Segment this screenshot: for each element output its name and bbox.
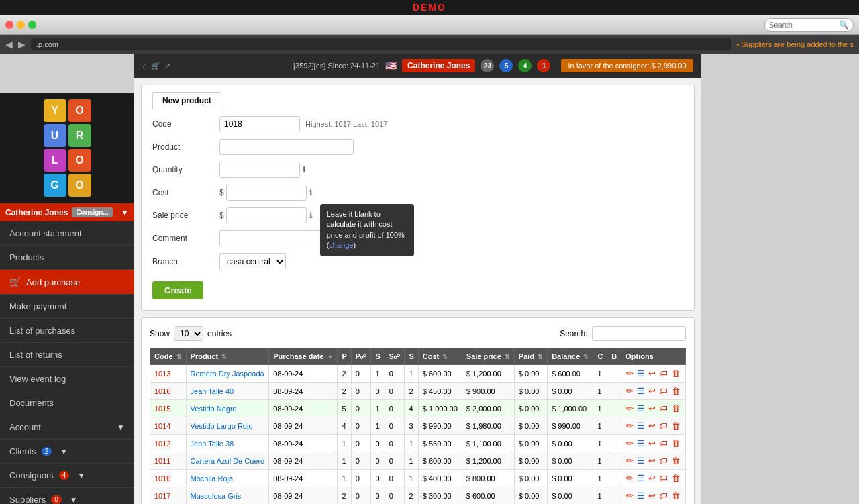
return-icon[interactable]: ↩ bbox=[648, 403, 656, 413]
list-icon[interactable]: ☰ bbox=[637, 491, 645, 501]
product-link[interactable]: Musculosa Gris bbox=[191, 492, 242, 500]
user-bar[interactable]: Catherine Jones Consign... ▼ bbox=[0, 203, 134, 221]
return-icon[interactable]: ↩ bbox=[648, 421, 656, 431]
list-icon[interactable]: ☰ bbox=[637, 368, 645, 379]
edit-icon[interactable]: ✏ bbox=[626, 438, 634, 448]
list-icon[interactable]: ☰ bbox=[637, 386, 645, 396]
code-link[interactable]: 1011 bbox=[154, 457, 170, 465]
tab-new-product[interactable]: New product bbox=[152, 92, 221, 109]
code-link[interactable]: 1017 bbox=[154, 492, 170, 500]
search-box[interactable]: 🔍 bbox=[764, 18, 854, 32]
sidebar-item-list-of-returns[interactable]: List of returns bbox=[0, 343, 134, 367]
product-link[interactable]: Mochila Roja bbox=[191, 474, 234, 483]
nav-home-icon[interactable]: ⌂ bbox=[142, 62, 147, 70]
cost-input[interactable] bbox=[226, 185, 307, 201]
branch-select[interactable]: casa central bbox=[219, 253, 286, 270]
th-code[interactable]: Code ⇅ bbox=[150, 348, 187, 365]
delete-icon[interactable]: 🗑 bbox=[672, 368, 680, 379]
list-icon[interactable]: ☰ bbox=[637, 403, 645, 413]
tag-icon[interactable]: 🏷 bbox=[659, 368, 668, 379]
delete-icon[interactable]: 🗑 bbox=[672, 438, 680, 448]
edit-icon[interactable]: ✏ bbox=[626, 491, 634, 501]
tag-icon[interactable]: 🏷 bbox=[659, 473, 668, 483]
list-icon[interactable]: ☰ bbox=[637, 473, 645, 483]
list-icon[interactable]: ☰ bbox=[637, 421, 645, 431]
delete-icon[interactable]: 🗑 bbox=[672, 386, 680, 396]
th-product[interactable]: Product ⇅ bbox=[186, 348, 269, 365]
code-link[interactable]: 1014 bbox=[154, 422, 170, 430]
sidebar-item-list-of-purchases[interactable]: List of purchases bbox=[0, 319, 134, 343]
change-link[interactable]: change bbox=[329, 241, 353, 249]
product-link[interactable]: Jean Talle 40 bbox=[191, 387, 234, 395]
product-link[interactable]: Remera Dry Jaspeada bbox=[191, 370, 264, 378]
th-p2[interactable]: P☍ bbox=[351, 348, 371, 365]
consign-button[interactable]: Consign... bbox=[72, 207, 112, 217]
list-icon[interactable]: ☰ bbox=[637, 438, 645, 448]
th-s3[interactable]: S bbox=[405, 348, 418, 365]
th-paid[interactable]: Paid ⇅ bbox=[514, 348, 547, 365]
sidebar-item-documents[interactable]: Documents bbox=[0, 391, 134, 415]
sale-price-input[interactable] bbox=[226, 207, 307, 223]
edit-icon[interactable]: ✏ bbox=[626, 473, 634, 483]
code-link[interactable]: 1013 bbox=[154, 370, 170, 378]
th-purchase-date[interactable]: Purchase date ▼ bbox=[269, 348, 338, 365]
edit-icon[interactable]: ✏ bbox=[626, 386, 634, 396]
edit-icon[interactable]: ✏ bbox=[626, 456, 634, 466]
code-link[interactable]: 1010 bbox=[154, 474, 170, 483]
product-link[interactable]: Vestido Largo Rojo bbox=[191, 422, 253, 430]
edit-icon[interactable]: ✏ bbox=[626, 368, 634, 379]
return-icon[interactable]: ↩ bbox=[648, 473, 656, 483]
entries-select[interactable]: 10 25 50 bbox=[174, 326, 203, 341]
th-s2[interactable]: S☍ bbox=[385, 348, 405, 365]
th-s1[interactable]: S bbox=[371, 348, 385, 365]
product-link[interactable]: Cartera Azul De Cuero bbox=[191, 457, 265, 465]
sidebar-item-clients[interactable]: Clients 2 ▼ bbox=[0, 440, 134, 464]
sale-price-info-icon[interactable]: ℹ bbox=[309, 211, 313, 220]
quantity-info-icon[interactable]: ℹ bbox=[303, 165, 306, 174]
return-icon[interactable]: ↩ bbox=[648, 438, 656, 448]
close-button[interactable] bbox=[5, 21, 13, 29]
product-link[interactable]: Jean Talle 38 bbox=[191, 440, 234, 448]
delete-icon[interactable]: 🗑 bbox=[672, 491, 680, 501]
product-link[interactable]: Vestido Negro bbox=[191, 405, 237, 413]
product-input[interactable] bbox=[219, 139, 354, 155]
edit-icon[interactable]: ✏ bbox=[626, 421, 634, 431]
code-link[interactable]: 1016 bbox=[154, 387, 170, 395]
return-icon[interactable]: ↩ bbox=[648, 491, 656, 501]
table-search-input[interactable] bbox=[592, 326, 686, 341]
sidebar-item-account-statement[interactable]: Account statement bbox=[0, 221, 134, 246]
delete-icon[interactable]: 🗑 bbox=[672, 403, 680, 413]
sidebar-item-suppliers[interactable]: Suppliers 0 ▼ bbox=[0, 488, 134, 504]
return-icon[interactable]: ↩ bbox=[648, 368, 656, 379]
nav-cart-icon[interactable]: 🛒 bbox=[151, 62, 160, 70]
sidebar-item-consignors[interactable]: Consignors 4 ▼ bbox=[0, 464, 134, 488]
sidebar-item-make-payment[interactable]: Make payment bbox=[0, 295, 134, 319]
minimize-button[interactable] bbox=[17, 21, 25, 29]
code-input[interactable] bbox=[219, 116, 300, 132]
maximize-button[interactable] bbox=[28, 21, 36, 29]
code-link[interactable]: 1012 bbox=[154, 440, 170, 448]
quantity-input[interactable] bbox=[219, 162, 300, 178]
url-bar[interactable]: .p.com bbox=[31, 38, 731, 50]
th-balance[interactable]: Balance ⇅ bbox=[548, 348, 593, 365]
tag-icon[interactable]: 🏷 bbox=[659, 438, 668, 448]
code-link[interactable]: 1015 bbox=[154, 405, 170, 413]
th-p1[interactable]: P bbox=[338, 348, 351, 365]
search-input[interactable] bbox=[769, 21, 836, 29]
delete-icon[interactable]: 🗑 bbox=[672, 421, 680, 431]
delete-icon[interactable]: 🗑 bbox=[672, 473, 680, 483]
sidebar-item-add-purchase[interactable]: 🛒 Add purchase bbox=[0, 270, 134, 295]
tag-icon[interactable]: 🏷 bbox=[659, 456, 668, 466]
sidebar-item-products[interactable]: Products bbox=[0, 246, 134, 270]
sidebar-item-account[interactable]: Account ▼ bbox=[0, 415, 134, 440]
return-icon[interactable]: ↩ bbox=[648, 456, 656, 466]
nav-share-icon[interactable]: ↗ bbox=[164, 62, 170, 70]
edit-icon[interactable]: ✏ bbox=[626, 403, 634, 413]
create-button[interactable]: Create bbox=[152, 281, 203, 299]
tag-icon[interactable]: 🏷 bbox=[659, 491, 668, 501]
forward-button[interactable]: ▶ bbox=[18, 39, 26, 50]
th-c[interactable]: C bbox=[593, 348, 607, 365]
th-sale-price[interactable]: Sale price ⇅ bbox=[462, 348, 514, 365]
th-b[interactable]: B bbox=[607, 348, 621, 365]
list-icon[interactable]: ☰ bbox=[637, 456, 645, 466]
